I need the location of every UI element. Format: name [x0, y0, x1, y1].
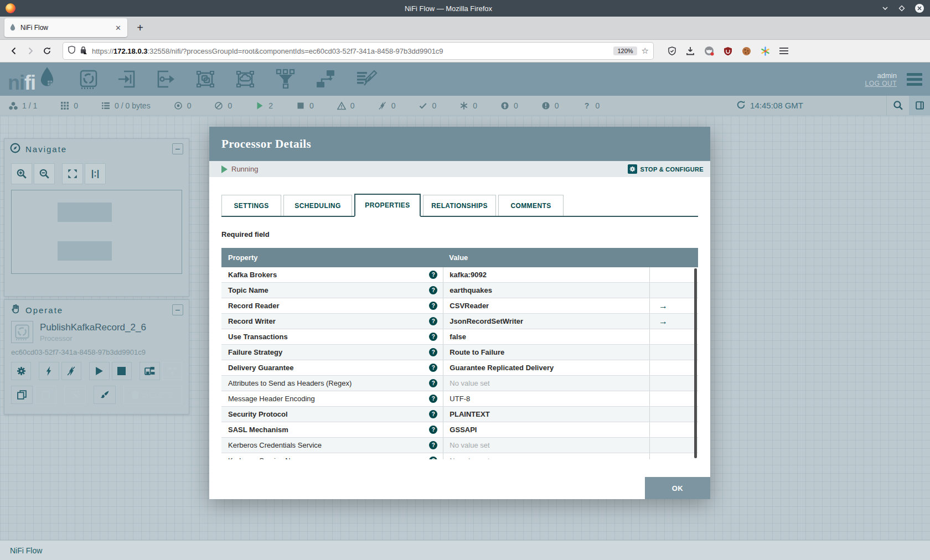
- ublock-extension-icon[interactable]: [724, 46, 732, 56]
- menu-hamburger-icon[interactable]: [779, 47, 788, 55]
- table-row[interactable]: Delivery Guarantee?Guarantee Replicated …: [221, 360, 698, 376]
- copy-button[interactable]: [11, 386, 33, 404]
- zoom-out-button[interactable]: [34, 163, 55, 184]
- goto-service-cell[interactable]: →: [649, 298, 698, 313]
- help-icon[interactable]: ?: [429, 317, 437, 325]
- group-selection-button[interactable]: [64, 386, 86, 404]
- stop-and-configure-button[interactable]: STOP & CONFIGURE: [628, 164, 704, 174]
- ok-button[interactable]: OK: [645, 477, 710, 499]
- url-bar[interactable]: https://172.18.0.3:32558/nifi/?processGr…: [63, 43, 653, 59]
- table-row[interactable]: Security Protocol?PLAINTEXT: [221, 407, 698, 422]
- configure-button[interactable]: [11, 362, 31, 380]
- help-icon[interactable]: ?: [429, 426, 437, 434]
- minimize-icon[interactable]: [881, 4, 889, 12]
- table-row[interactable]: Attributes to Send as Headers (Regex)?No…: [221, 376, 698, 391]
- funnel-icon[interactable]: [275, 69, 297, 90]
- table-row[interactable]: Topic Name?earthquakes: [221, 283, 698, 298]
- reload-button[interactable]: [39, 43, 55, 59]
- processor-icon[interactable]: [79, 69, 99, 90]
- property-value[interactable]: UTF-8: [443, 391, 649, 406]
- navigate-collapse-button[interactable]: –: [172, 143, 183, 154]
- tab-close-icon[interactable]: ✕: [113, 24, 123, 32]
- process-group-icon[interactable]: [195, 69, 216, 89]
- paste-button[interactable]: [35, 386, 56, 404]
- tab-properties[interactable]: PROPERTIES: [354, 194, 421, 217]
- tab-scheduling[interactable]: SCHEDULING: [283, 195, 352, 216]
- forward-button[interactable]: [22, 43, 39, 59]
- zoom-actual-size-button[interactable]: |:|: [85, 163, 106, 184]
- change-color-button[interactable]: [94, 386, 115, 404]
- table-row[interactable]: Kerberos Credentials Service?No value se…: [221, 438, 698, 453]
- input-port-icon[interactable]: [117, 69, 137, 89]
- shield-check-extension-icon[interactable]: [668, 46, 676, 56]
- property-value[interactable]: kafka:9092: [443, 267, 649, 282]
- colorful-asterisk-extension-icon[interactable]: [761, 46, 770, 56]
- table-row[interactable]: Message Header Encoding?UTF-8: [221, 391, 698, 407]
- privacy-mask-extension-icon[interactable]: [704, 46, 714, 56]
- property-value[interactable]: Guarantee Replicated Delivery: [443, 360, 649, 375]
- save-template-icon[interactable]: [140, 362, 159, 380]
- global-menu-icon[interactable]: [907, 71, 922, 88]
- property-value[interactable]: Route to Failure: [443, 345, 649, 360]
- flow-minimap[interactable]: [11, 190, 182, 274]
- back-button[interactable]: [6, 43, 22, 59]
- refresh-icon[interactable]: [736, 100, 746, 111]
- start-button[interactable]: [89, 362, 109, 380]
- stop-button[interactable]: [112, 362, 132, 380]
- group-stats-icon[interactable]: [162, 362, 182, 380]
- help-icon[interactable]: ?: [429, 364, 437, 372]
- property-value[interactable]: No value set: [443, 438, 649, 453]
- help-icon[interactable]: ?: [429, 379, 437, 387]
- breadcrumb[interactable]: NiFi Flow: [10, 546, 42, 555]
- table-row[interactable]: Record Writer?JsonRecordSetWriter→: [221, 314, 698, 329]
- flow-settings-panel-icon[interactable]: [909, 96, 930, 115]
- disable-button[interactable]: [61, 362, 81, 380]
- table-scrollbar[interactable]: [694, 268, 697, 458]
- goto-arrow-icon[interactable]: →: [659, 301, 668, 311]
- enable-button[interactable]: [39, 362, 59, 380]
- tab-comments[interactable]: COMMENTS: [498, 195, 564, 216]
- table-row[interactable]: Kafka Brokers?kafka:9092: [221, 267, 698, 283]
- property-value[interactable]: false: [443, 329, 649, 344]
- property-value[interactable]: CSVReader: [443, 298, 649, 313]
- help-icon[interactable]: ?: [429, 410, 437, 418]
- tracking-protection-shield-icon[interactable]: [68, 45, 76, 56]
- property-value[interactable]: GSSAPI: [443, 422, 649, 437]
- property-value[interactable]: JsonRecordSetWriter: [443, 314, 649, 329]
- close-icon[interactable]: [914, 3, 924, 13]
- logout-link[interactable]: LOG OUT: [865, 80, 897, 87]
- maximize-icon[interactable]: [898, 4, 906, 12]
- label-icon[interactable]: [355, 69, 378, 90]
- help-icon[interactable]: ?: [429, 302, 437, 310]
- output-port-icon[interactable]: [156, 69, 176, 89]
- delete-button[interactable]: DELETE: [123, 386, 182, 404]
- zoom-in-button[interactable]: [11, 163, 32, 184]
- table-row[interactable]: Failure Strategy?Route to Failure: [221, 345, 698, 360]
- connection-lock-warning-icon[interactable]: [80, 46, 87, 56]
- table-row[interactable]: Kerberos Service Name?No value set: [221, 453, 698, 459]
- property-value[interactable]: earthquakes: [443, 283, 649, 298]
- help-icon[interactable]: ?: [429, 441, 437, 449]
- operate-collapse-button[interactable]: –: [172, 304, 183, 315]
- zoom-level-badge[interactable]: 120%: [613, 46, 637, 55]
- new-tab-button[interactable]: +: [132, 19, 148, 36]
- property-value[interactable]: No value set: [443, 376, 649, 391]
- table-row[interactable]: SASL Mechanism?GSSAPI: [221, 422, 698, 438]
- tab-relationships[interactable]: RELATIONSHIPS: [423, 195, 496, 216]
- goto-service-cell[interactable]: →: [649, 314, 698, 329]
- table-row[interactable]: Record Reader?CSVReader→: [221, 298, 698, 314]
- flow-canvas[interactable]: Navigate – |:| Operate – PublishKafkaRec…: [0, 116, 930, 540]
- table-row[interactable]: Use Transactions?false: [221, 329, 698, 345]
- help-icon[interactable]: ?: [429, 348, 437, 356]
- zoom-fit-button[interactable]: [62, 163, 83, 184]
- help-icon[interactable]: ?: [429, 457, 437, 459]
- help-icon[interactable]: ?: [429, 395, 437, 403]
- help-icon[interactable]: ?: [429, 286, 437, 294]
- cookie-extension-icon[interactable]: [742, 46, 751, 56]
- template-icon[interactable]: [316, 69, 337, 90]
- property-value[interactable]: No value set: [443, 453, 649, 459]
- remote-process-group-icon[interactable]: [235, 69, 256, 89]
- help-icon[interactable]: ?: [429, 333, 437, 341]
- downloads-icon[interactable]: [686, 46, 695, 55]
- tab-settings[interactable]: SETTINGS: [221, 195, 281, 216]
